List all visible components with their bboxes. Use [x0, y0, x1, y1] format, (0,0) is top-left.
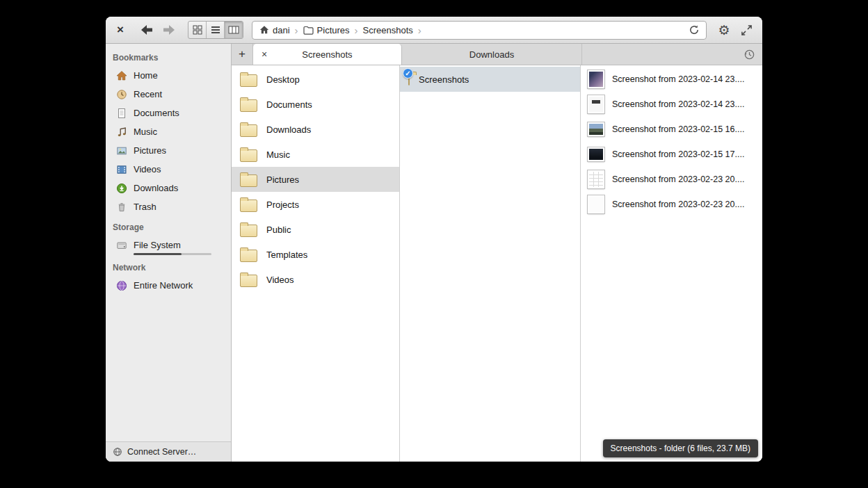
toolbar: ×: [106, 17, 762, 44]
selected-check-badge: ✓: [403, 68, 413, 79]
sidebar-item-recent[interactable]: Recent: [106, 85, 231, 104]
history-button[interactable]: [736, 44, 762, 65]
tab-downloads[interactable]: Downloads: [402, 44, 582, 65]
file-thumbnail: [588, 122, 604, 136]
sidebar-item-file-system[interactable]: File System: [106, 236, 231, 252]
sidebar-header-bookmarks: Bookmarks: [106, 47, 231, 66]
filesystem-usage-fill: [134, 253, 182, 255]
folder-row-downloads[interactable]: Downloads: [232, 117, 399, 142]
history-icon: [744, 49, 755, 60]
breadcrumb-segment-screenshots[interactable]: Screenshots: [360, 25, 416, 35]
home-icon: [259, 25, 269, 35]
sidebar-item-label: Videos: [134, 164, 161, 174]
server-icon: [113, 447, 122, 457]
folder-label: Documents: [266, 99, 312, 110]
file-row[interactable]: Screenshot from 2023-02-14 23....: [581, 92, 762, 117]
downloads-icon: [115, 182, 127, 194]
connect-server-label: Connect Server…: [127, 447, 196, 457]
music-icon: [115, 126, 127, 138]
sidebar-item-label: Entire Network: [134, 280, 193, 291]
folder-row-documents[interactable]: Documents: [232, 92, 399, 117]
folder-row-screenshots[interactable]: ✓ Screenshots: [400, 67, 580, 92]
fullscreen-button[interactable]: [737, 21, 755, 39]
breadcrumb-separator: ›: [417, 24, 422, 36]
folder-icon-with-badge: ✓: [408, 74, 410, 85]
sidebar-item-pictures[interactable]: Pictures: [106, 141, 231, 160]
sidebar-item-label: Home: [134, 70, 158, 81]
file-manager-window: ×: [106, 17, 762, 462]
sidebar-item-documents[interactable]: Documents: [106, 104, 231, 122]
refresh-button[interactable]: [686, 22, 702, 38]
list-view-button[interactable]: [207, 22, 225, 38]
content-area: + × Screenshots Downloads: [232, 44, 762, 462]
recent-icon: [115, 88, 127, 100]
file-thumbnail: [588, 195, 604, 213]
tab-bar: + × Screenshots Downloads: [232, 44, 762, 65]
connect-server-button[interactable]: Connect Server…: [106, 441, 231, 462]
file-row[interactable]: Screenshot from 2023-02-15 16....: [581, 117, 762, 142]
sidebar-item-videos[interactable]: Videos: [106, 160, 231, 179]
column-screenshots-files: Screenshot from 2023-02-14 23.... Screen…: [581, 65, 762, 462]
sidebar-item-trash[interactable]: Trash: [106, 197, 231, 216]
filesystem-usage-bar: [134, 253, 211, 255]
file-row[interactable]: Screenshot from 2023-02-14 23....: [581, 67, 762, 92]
file-name: Screenshot from 2023-02-15 17....: [612, 149, 744, 159]
folder-label: Music: [266, 149, 290, 160]
folder-icon: [240, 225, 257, 237]
file-row[interactable]: Screenshot from 2023-02-23 20....: [581, 167, 762, 192]
folder-row-pictures[interactable]: Pictures: [232, 167, 399, 192]
sidebar-item-downloads[interactable]: Downloads: [106, 179, 231, 197]
file-name: Screenshot from 2023-02-14 23....: [612, 74, 744, 84]
breadcrumb-segment-pictures[interactable]: Pictures: [300, 25, 353, 35]
folder-row-projects[interactable]: Projects: [232, 192, 399, 217]
sidebar-item-music[interactable]: Music: [106, 122, 231, 141]
folder-icon: [240, 250, 257, 262]
grid-view-icon: [193, 25, 202, 35]
column-home-folders: Desktop Documents Downloads Music: [232, 65, 400, 462]
column-view-icon: [228, 25, 239, 35]
window-close-button[interactable]: ×: [113, 21, 128, 39]
folder-icon: [240, 74, 257, 87]
folder-row-templates[interactable]: Templates: [232, 242, 399, 267]
breadcrumb: dani › Pictures › Screenshots ›: [252, 21, 707, 40]
file-thumbnail: [588, 70, 604, 88]
status-tooltip: Screenshots - folder (6 files, 23.7 MB): [603, 439, 758, 457]
sidebar-item-entire-network[interactable]: Entire Network: [106, 276, 231, 295]
forward-button[interactable]: [160, 21, 178, 39]
breadcrumb-label: Screenshots: [363, 25, 413, 35]
back-arrow-icon: [139, 24, 154, 36]
miller-columns: Desktop Documents Downloads Music: [232, 65, 762, 462]
sidebar-item-label: Downloads: [134, 183, 178, 193]
settings-button[interactable]: ⚙: [715, 21, 733, 39]
folder-icon: [240, 99, 257, 112]
tab-close-icon[interactable]: ×: [257, 49, 271, 60]
file-row[interactable]: Screenshot from 2023-02-23 20....: [581, 192, 762, 217]
folder-row-videos[interactable]: Videos: [232, 267, 399, 292]
sidebar-item-label: Trash: [134, 202, 156, 212]
file-name: Screenshot from 2023-02-23 20....: [612, 200, 744, 209]
folder-label: Public: [266, 225, 291, 235]
gear-icon: ⚙: [718, 22, 730, 38]
breadcrumb-label: Pictures: [317, 25, 350, 35]
expand-icon: [741, 24, 753, 36]
folder-row-public[interactable]: Public: [232, 217, 399, 242]
sidebar-spacer: [106, 295, 231, 441]
breadcrumb-separator: ›: [354, 24, 359, 36]
home-icon: [115, 70, 127, 81]
file-row[interactable]: Screenshot from 2023-02-15 17....: [581, 142, 762, 167]
back-button[interactable]: [138, 21, 156, 39]
folder-icon: [240, 174, 257, 187]
grid-view-button[interactable]: [188, 22, 207, 38]
forward-arrow-icon: [161, 24, 177, 36]
file-thumbnail: [588, 147, 604, 161]
column-view-button[interactable]: [225, 22, 243, 38]
list-view-icon: [211, 25, 220, 35]
column-pictures: ✓ Screenshots: [400, 65, 581, 462]
tab-screenshots[interactable]: × Screenshots: [253, 44, 402, 65]
breadcrumb-segment-home[interactable]: dani: [257, 25, 293, 35]
folder-row-desktop[interactable]: Desktop: [232, 67, 399, 92]
new-tab-button[interactable]: +: [232, 44, 253, 65]
folder-row-music[interactable]: Music: [232, 142, 399, 167]
folder-label: Pictures: [266, 174, 299, 185]
sidebar-item-home[interactable]: Home: [106, 66, 231, 85]
